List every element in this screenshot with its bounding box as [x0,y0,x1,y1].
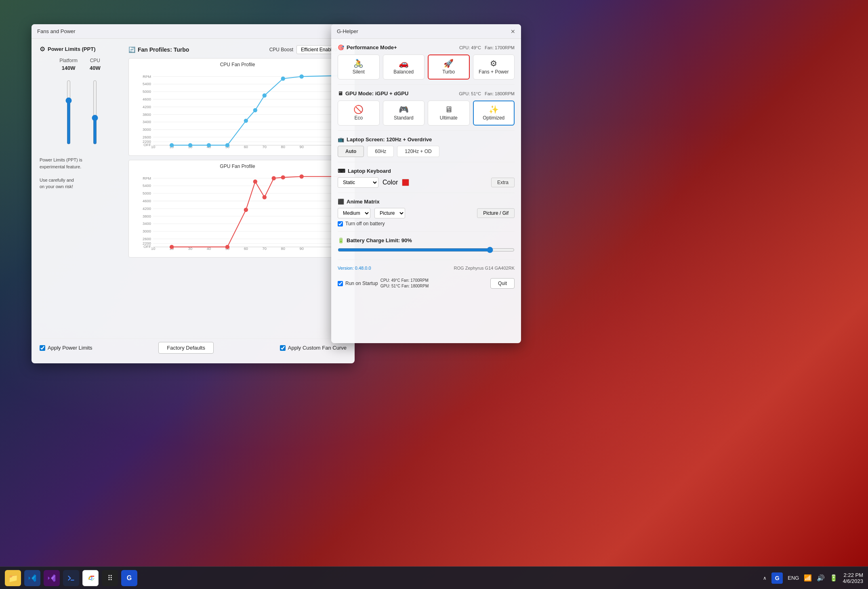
optimized-mode-button[interactable]: ✨ Optimized [473,101,515,126]
taskbar-lang[interactable]: ENG [788,575,799,581]
anime-matrix-title: ⬛ Anime Matrix [338,199,515,205]
svg-text:RPM: RPM [143,74,151,79]
taskbar-battery-icon: 🔋 [830,574,838,582]
120hz-od-screen-button[interactable]: 120Hz + OD [397,146,439,157]
ghelper-close[interactable]: ✕ [511,29,515,34]
picture-gif-button[interactable]: Picture / Gif [477,208,515,218]
taskbar-chrome-icon[interactable] [82,570,99,586]
balanced-label: Balanced [393,69,414,75]
apply-power-limits-checkbox[interactable]: Apply Power Limits [40,345,92,351]
svg-text:3800: 3800 [143,214,151,218]
svg-text:10: 10 [151,246,155,251]
keyboard-title: ⌨ Laptop Keyboard [338,168,515,174]
apply-fan-curve-input[interactable] [280,345,286,351]
balanced-mode-button[interactable]: 🚗 Balanced [383,54,425,80]
taskbar-dots-icon[interactable]: ⠿ [102,570,118,586]
silent-mode-button[interactable]: 🚴 Silent [338,54,380,80]
taskbar-files-icon[interactable]: 📁 [5,570,21,586]
anime-matrix-section: ⬛ Anime Matrix Medium Low High Picture C… [338,199,515,232]
svg-text:5000: 5000 [143,89,151,94]
apply-power-limits-label: Apply Power Limits [48,345,92,351]
svg-text:5000: 5000 [143,191,151,195]
svg-point-34 [207,143,211,147]
silent-icon: 🚴 [353,59,364,67]
turbo-label: Turbo [442,69,455,75]
standard-mode-button[interactable]: 🎮 Standard [383,101,425,126]
factory-defaults-button[interactable]: Factory Defaults [158,342,214,354]
taskbar: 📁 ⠿ G ∧ G ENG 📶 🔊 🔋 2:22 PM 4/6/2023 [0,566,868,589]
platform-label: Platform [59,58,78,63]
turn-off-battery-checkbox[interactable] [338,221,343,226]
battery-icon: 🔋 [338,237,344,243]
svg-text:5400: 5400 [143,82,151,86]
taskbar-volume-icon[interactable]: 🔊 [817,574,825,582]
standard-icon: 🎮 [399,105,409,113]
keyboard-effect-select[interactable]: Static Breathing Color Cycle [338,177,378,188]
battery-title: 🔋 Battery Charge Limit: 90% [338,237,515,243]
keyboard-row: Static Breathing Color Cycle Color Extra [338,177,515,188]
60hz-screen-button[interactable]: 60Hz [367,146,394,157]
platform-slider-container [64,76,74,149]
svg-text:3400: 3400 [143,119,151,124]
quit-button[interactable]: Quit [490,278,515,289]
performance-stats: CPU: 49°C Fan: 1700RPM [459,45,515,50]
platform-slider[interactable] [65,80,73,145]
gpu-header: 🖥 GPU Mode: iGPU + dGPU GPU: 51°C Fan: 1… [338,90,515,96]
turn-off-label: Turn off on battery [345,221,385,226]
ultimate-icon: 🖥 [445,105,453,113]
fans-bottom-bar: Apply Power Limits Factory Defaults Appl… [40,338,347,354]
svg-point-32 [170,143,174,147]
svg-point-39 [281,76,285,80]
auto-screen-button[interactable]: Auto [338,146,364,157]
optimized-icon: ✨ [489,105,499,113]
anime-mode-select[interactable]: Picture Clock Text [374,208,405,218]
standard-label: Standard [394,115,414,121]
keyboard-section: ⌨ Laptop Keyboard Static Breathing Color… [338,168,515,193]
performance-title: 🎯 Performance Mode+ [338,44,397,50]
anime-brightness-select[interactable]: Medium Low High [338,208,370,218]
ghelper-window: G-Helper ✕ 🎯 Performance Mode+ CPU: 49°C… [331,24,521,343]
cpu-value: 40W [90,65,101,71]
ultimate-mode-button[interactable]: 🖥 Ultimate [428,101,470,126]
taskbar-vscode-purple-icon[interactable] [44,570,60,586]
svg-point-76 [244,208,248,212]
taskbar-right: ∧ G ENG 📶 🔊 🔋 2:22 PM 4/6/2023 [763,572,863,584]
fans-power-mode-button[interactable]: ⚙ Fans + Power [473,54,515,80]
screen-button-row: Auto 60Hz 120Hz + OD [338,146,515,157]
cpu-fan-chart-title: CPU Fan Profile [132,62,343,67]
svg-text:4600: 4600 [143,199,151,203]
taskbar-vscode-blue-icon[interactable] [24,570,40,586]
taskbar-ghelper-icon[interactable]: G [121,570,137,586]
taskbar-terminal-icon[interactable] [63,570,79,586]
svg-text:4200: 4200 [143,105,151,109]
turbo-mode-button[interactable]: 🚀 Turbo [428,54,470,80]
taskbar-g-icon[interactable]: G [771,572,783,584]
svg-text:80: 80 [281,145,285,149]
version-row: Version: 0.48.0.0 ROG Zephyrus G14 GA402… [338,266,515,270]
eco-mode-button[interactable]: 🚫 Eco [338,101,380,126]
ultimate-label: Ultimate [440,115,458,121]
apply-fan-curve-checkbox[interactable]: Apply Custom Fan Curve [280,345,347,351]
anime-row: Medium Low High Picture Clock Text Pictu… [338,208,515,218]
svg-text:4200: 4200 [143,206,151,211]
svg-text:3800: 3800 [143,112,151,117]
apply-power-limits-input[interactable] [40,345,45,351]
svg-point-40 [299,74,303,78]
balanced-icon: 🚗 [399,59,409,67]
platform-value: 140W [62,65,76,71]
fan-profiles-header: 🔄 Fan Profiles: Turbo CPU Boost Efficien… [128,45,347,54]
keyboard-extra-button[interactable]: Extra [491,178,515,187]
cpu-slider[interactable] [91,80,99,145]
cpu-slider-col: CPU 40W [90,58,101,152]
ghelper-titlebar: G-Helper ✕ [331,24,521,39]
performance-icon: 🎯 [338,44,344,50]
battery-limit-slider[interactable] [338,247,515,253]
taskbar-expand-icon[interactable]: ∧ [763,575,767,581]
gpu-section: 🖥 GPU Mode: iGPU + dGPU GPU: 51°C Fan: 1… [338,90,515,131]
version-link[interactable]: Version: 0.48.0.0 [338,266,371,270]
run-on-startup-checkbox[interactable] [338,281,343,286]
svg-point-81 [299,174,303,178]
color-swatch[interactable] [402,179,409,186]
fans-window-title: Fans and Power [37,28,76,34]
fans-power-icon: ⚙ [490,59,497,67]
